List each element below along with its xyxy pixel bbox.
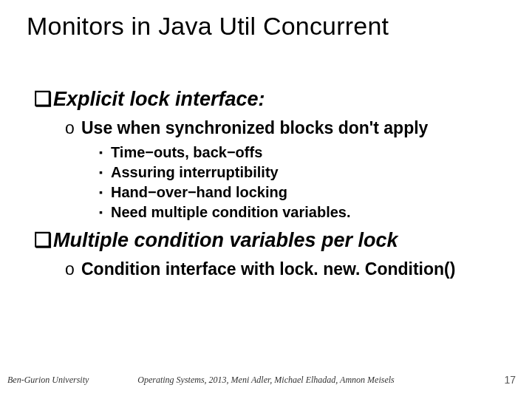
bullet-l1: ❑Multiple condition variables per lock [34, 228, 517, 252]
bullet-text: Condition interface with lock. new. Cond… [81, 259, 455, 279]
bullet-text: Hand−over−hand locking [111, 184, 287, 200]
l2-group: oCondition interface with lock. new. Con… [65, 259, 517, 279]
bullet-l3: ▪Hand−over−hand locking [99, 184, 517, 201]
bullet-text: Explicit lock interface: [53, 88, 265, 110]
box-icon: ❑ [34, 87, 53, 111]
page-number: 17 [504, 374, 516, 386]
square-icon: ▪ [99, 146, 111, 158]
box-icon: ❑ [34, 228, 53, 252]
l2-group: oUse when synchronized blocks don't appl… [65, 118, 517, 138]
slide-body: ❑Explicit lock interface: oUse when sync… [34, 87, 517, 285]
bullet-l2: oCondition interface with lock. new. Con… [65, 259, 517, 279]
square-icon: ▪ [99, 186, 111, 198]
bullet-l3: ▪Need multiple condition variables. [99, 204, 517, 221]
bullet-text: Assuring interruptibility [111, 164, 279, 180]
bullet-l2: oUse when synchronized blocks don't appl… [65, 118, 517, 138]
footer-center: Operating Systems, 2013, Meni Adler, Mic… [0, 375, 532, 386]
square-icon: ▪ [99, 166, 111, 178]
bullet-l1: ❑Explicit lock interface: [34, 87, 517, 111]
bullet-l3: ▪Time−outs, back−offs [99, 144, 517, 161]
slide-title: Monitors in Java Util Concurrent [27, 12, 517, 41]
bullet-text: Use when synchronized blocks don't apply [81, 118, 428, 137]
square-icon: ▪ [99, 206, 111, 218]
circle-icon: o [65, 259, 81, 279]
bullet-text: Multiple condition variables per lock [53, 229, 398, 251]
bullet-l3: ▪Assuring interruptibility [99, 164, 517, 181]
l3-group: ▪Time−outs, back−offs ▪Assuring interrup… [99, 144, 517, 221]
circle-icon: o [65, 118, 81, 138]
bullet-text: Need multiple condition variables. [111, 204, 351, 220]
footer: Ben-Gurion University Operating Systems,… [0, 371, 532, 386]
bullet-text: Time−outs, back−offs [111, 144, 262, 160]
slide: Monitors in Java Util Concurrent ❑Explic… [0, 0, 532, 399]
